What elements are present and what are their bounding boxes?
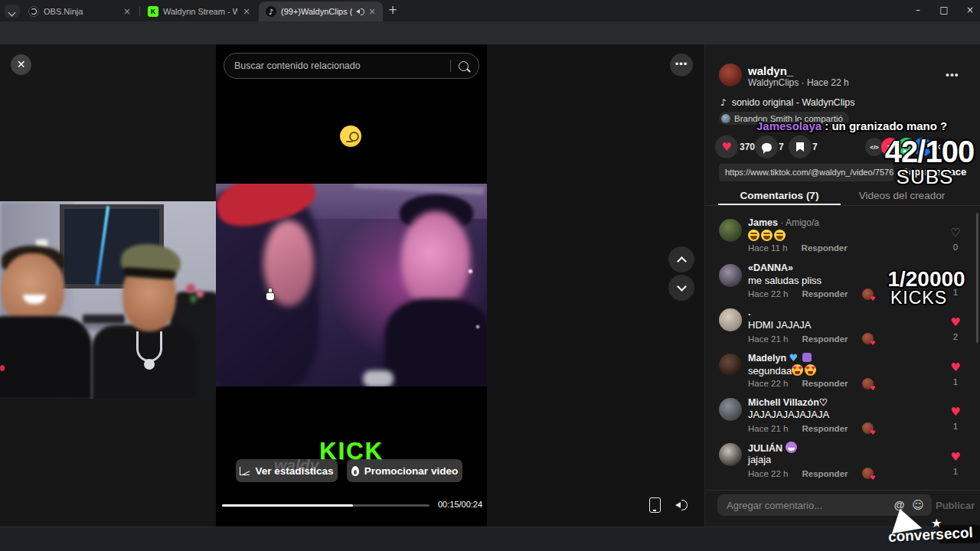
window-minimize-button[interactable]: – <box>905 0 931 21</box>
sound-title: sonido original - WaldynClips <box>732 97 855 108</box>
commenter-avatar[interactable] <box>719 398 742 421</box>
window-maximize-button[interactable]: □ <box>931 0 957 21</box>
close-video-button[interactable]: ✕ <box>11 54 31 75</box>
volume-icon[interactable] <box>675 499 689 511</box>
like-button[interactable]: ♥ <box>715 135 738 158</box>
window-close-button[interactable]: × <box>957 0 980 21</box>
tab-close-icon[interactable]: × <box>121 6 133 17</box>
art-shape <box>83 315 125 324</box>
divider <box>705 490 980 491</box>
reply-button[interactable]: Responder <box>802 243 848 253</box>
tab-comments[interactable]: Comentarios (7) <box>718 190 841 201</box>
player-side-area: ••• <box>487 44 704 527</box>
tab-creator-videos[interactable]: Videos del creador <box>841 190 963 201</box>
browser-tab[interactable]: OBS.Ninja× <box>21 2 138 21</box>
view-stats-label: Ver estadísticas <box>255 465 333 477</box>
comment-time: Hace 22 h <box>748 379 788 388</box>
commenter-name[interactable]: Madelyn ♥ <box>748 352 813 364</box>
video-more-button[interactable]: ••• <box>670 54 693 77</box>
creator-liked-badge <box>862 378 874 390</box>
reply-button[interactable]: Responder <box>802 334 848 344</box>
video-frame <box>216 184 487 386</box>
comment-button[interactable] <box>755 135 778 158</box>
tab-title: Waldynn Stream - Watch Live o <box>163 7 237 16</box>
commenter-name[interactable]: JULIÁN <box>748 442 799 454</box>
commenter-name[interactable]: Michell Villazón♡ <box>748 396 828 408</box>
windows-taskbar: 3 27°C Lluvia suave Buscar 18K9+ ↻ 24/11… <box>0 527 980 551</box>
obs-ninja-favicon <box>28 6 39 17</box>
comment-time: Hace 22 h <box>748 469 788 478</box>
commenter-name[interactable]: James · Amigo/a <box>748 217 819 228</box>
comment-like-button[interactable]: ♥ <box>947 362 964 373</box>
reply-button[interactable]: Responder <box>802 289 848 298</box>
publish-button[interactable]: Publicar <box>936 500 975 511</box>
reply-button[interactable]: Responder <box>802 424 848 433</box>
art-shape <box>469 269 472 273</box>
comment-like-count: 1 <box>947 377 964 386</box>
search-icon[interactable] <box>459 61 469 71</box>
reply-button[interactable]: Responder <box>802 379 848 388</box>
view-stats-button[interactable]: Ver estadísticas <box>236 459 338 482</box>
comment-meta: Hace 22 hResponder <box>748 468 874 479</box>
art-shape <box>136 331 162 362</box>
new-tab-button[interactable]: + <box>386 4 400 18</box>
comment-text <box>748 230 787 242</box>
sound-row[interactable]: ♪sonido original - WaldynClips <box>720 97 854 108</box>
video-time: 00:15/00:24 <box>438 500 482 509</box>
like-count: 370 <box>740 142 755 152</box>
comment-like-button[interactable]: ♥ <box>947 452 964 463</box>
comments-list: James · Amigo/aHace 11 hResponder♡0«DANN… <box>705 207 980 490</box>
commenter-avatar[interactable] <box>719 443 742 466</box>
save-button[interactable] <box>789 135 812 158</box>
commenter-avatar[interactable] <box>719 308 742 331</box>
chevron-down-icon <box>677 282 687 292</box>
chat-username: Jamesolaya <box>756 119 822 132</box>
next-video-button[interactable] <box>668 275 694 301</box>
hand-cursor <box>265 288 274 300</box>
commenter-name[interactable]: . <box>748 307 750 318</box>
comment-like-button[interactable]: ♥ <box>947 317 964 328</box>
purple-emoji <box>802 353 812 362</box>
commenter-name[interactable]: «DANNA» <box>748 262 793 273</box>
author-avatar[interactable] <box>719 64 742 86</box>
overlay-subs-counter: 42/100 <box>879 135 980 169</box>
comment-placeholder: Agregar comentario... <box>727 500 894 511</box>
tab-audio-icon[interactable] <box>355 7 364 16</box>
tab-close-icon[interactable]: × <box>366 6 378 17</box>
author-name[interactable]: waldyn_ <box>748 64 793 77</box>
tab-search-button[interactable] <box>5 5 20 18</box>
commenter-avatar[interactable] <box>719 354 742 377</box>
share-url-box[interactable]: https://www.tiktok.com/@waldyn_/video/75… <box>719 164 893 181</box>
art-shape <box>190 295 197 303</box>
art-shape <box>144 359 155 370</box>
webcam-feed <box>0 201 216 399</box>
comment-time: Hace 21 h <box>748 424 788 433</box>
overlay-subs-label: SUBS <box>879 165 971 189</box>
comment-like-count: 0 <box>947 243 964 252</box>
mobile-mode-icon[interactable] <box>649 497 661 513</box>
related-search-bar[interactable]: Buscar contenido relacionado <box>224 53 479 79</box>
blue-heart-emoji: ♥ <box>789 352 799 364</box>
comment-text: jajaja <box>748 454 771 465</box>
browser-tab[interactable]: ♪(99+)WaldynClips (@waldy× <box>259 2 383 21</box>
post-more-icon[interactable]: ••• <box>946 69 959 81</box>
commenter-avatar[interactable] <box>719 219 742 242</box>
comment-meta: Hace 21 hResponder <box>748 422 874 434</box>
comments-scrollbar[interactable] <box>976 213 978 343</box>
browser-tab[interactable]: KWaldynn Stream - Watch Live o× <box>141 2 257 21</box>
overlay-chat-message: Jamesolaya : un granizado mano ? <box>756 119 947 132</box>
devil-emoji <box>786 442 797 453</box>
previous-video-button[interactable] <box>668 246 694 272</box>
commenter-avatar[interactable] <box>719 264 742 287</box>
art-shape <box>0 365 5 371</box>
divider <box>139 6 140 16</box>
video-player[interactable]: Buscar contenido relacionado waldy KICK … <box>216 44 487 527</box>
reply-button[interactable]: Responder <box>802 469 848 478</box>
creator-liked-badge <box>862 333 874 344</box>
comment-like-button[interactable]: ♥ <box>947 406 964 418</box>
art-shape <box>196 290 204 298</box>
comment-like-button[interactable]: ♡ <box>947 227 964 239</box>
promote-video-button[interactable]: Promocionar video <box>347 459 462 482</box>
tab-close-icon[interactable]: × <box>240 6 253 17</box>
video-progress-bar[interactable] <box>222 504 430 507</box>
